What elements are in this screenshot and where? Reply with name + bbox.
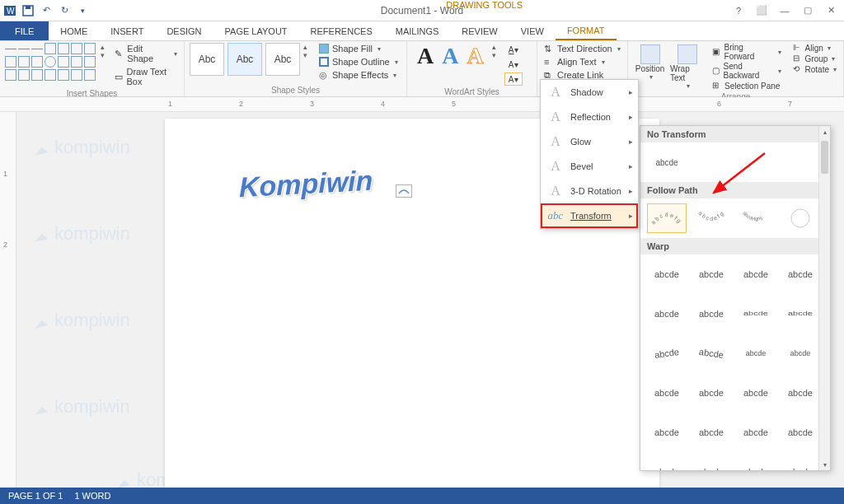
- rotate-button[interactable]: ⟲Rotate▾: [791, 64, 838, 74]
- fx-shadow[interactable]: AShadow▸: [541, 80, 638, 105]
- tg-warp[interactable]: abcde: [647, 338, 687, 368]
- tab-design[interactable]: DESIGN: [155, 21, 213, 40]
- fx-3d-rotation[interactable]: A3-D Rotation▸: [541, 179, 638, 203]
- tg-warp[interactable]: abcde: [736, 299, 776, 329]
- tab-file[interactable]: FILE: [0, 21, 49, 40]
- align-text-button[interactable]: ≡Align Text▾: [542, 56, 622, 68]
- effects-icon: ◎: [319, 70, 329, 80]
- tg-warp[interactable]: abcde: [692, 418, 731, 447]
- ribbon-options-icon[interactable]: ⬜: [752, 3, 771, 18]
- group-button[interactable]: ⊟Group▾: [791, 54, 838, 63]
- tg-warp[interactable]: abcde: [736, 338, 776, 368]
- tab-review[interactable]: REVIEW: [450, 21, 509, 40]
- tg-warp[interactable]: abcde: [781, 418, 820, 447]
- tg-warp[interactable]: abcde: [736, 418, 776, 447]
- group-obj-label: Group: [805, 54, 828, 63]
- edit-shape-button[interactable]: ✎Edit Shape▾: [113, 43, 179, 64]
- text-direction-button[interactable]: ⇅Text Direction▾: [542, 43, 622, 54]
- status-page[interactable]: PAGE 1 OF 1: [8, 491, 63, 501]
- scroll-up-icon[interactable]: ▴: [819, 126, 830, 138]
- help-icon[interactable]: ?: [729, 3, 748, 18]
- tg-warp[interactable]: abcde: [781, 338, 820, 368]
- wrap-text-icon: [678, 44, 697, 64]
- text-outline-button[interactable]: A▾: [504, 58, 523, 71]
- fx-reflection[interactable]: AReflection▸: [541, 105, 638, 129]
- text-effects-button[interactable]: A▾: [504, 72, 523, 86]
- tg-warp[interactable]: abcde: [736, 259, 776, 289]
- layout-options-button[interactable]: [396, 184, 412, 198]
- tg-follow-path-4[interactable]: [781, 203, 820, 233]
- tg-warp[interactable]: abcde: [736, 378, 776, 408]
- tab-page-layout[interactable]: PAGE LAYOUT: [213, 21, 299, 40]
- wordart-object[interactable]: Kompiwin: [239, 165, 373, 204]
- text-fill-button[interactable]: A▾: [504, 43, 523, 56]
- wordart-style-3[interactable]: A: [467, 43, 483, 69]
- shape-fill-button[interactable]: Shape Fill▾: [317, 43, 400, 54]
- tg-warp[interactable]: abcde: [781, 259, 820, 289]
- fx-bevel[interactable]: ABevel▸: [541, 154, 638, 179]
- ruler-vertical[interactable]: 1 2: [0, 112, 16, 494]
- minimize-icon[interactable]: —: [775, 3, 795, 18]
- shape-style-2[interactable]: Abc: [227, 43, 262, 76]
- shapes-gallery[interactable]: [5, 43, 96, 81]
- tg-no-transform[interactable]: abcde: [647, 147, 687, 177]
- scroll-thumb[interactable]: [821, 141, 828, 174]
- tg-warp[interactable]: abcde: [647, 259, 687, 289]
- align-text-label: Align Text: [557, 57, 597, 67]
- status-words[interactable]: 1 WORD: [74, 491, 110, 501]
- tg-follow-path-2[interactable]: a b c d e f g: [692, 203, 731, 233]
- fx-transform[interactable]: abcTransform▸: [541, 203, 638, 228]
- tab-format[interactable]: FORMAT: [556, 21, 617, 40]
- tg-warp[interactable]: abcde: [692, 378, 731, 408]
- qat-customize-icon[interactable]: ▾: [76, 4, 89, 17]
- tg-warp[interactable]: abcde: [781, 299, 820, 329]
- fx-glow[interactable]: AGlow▸: [541, 129, 638, 154]
- shape-effects-button[interactable]: ◎Shape Effects▾: [317, 69, 400, 81]
- tg-warp[interactable]: abcde: [781, 378, 820, 408]
- tab-references[interactable]: REFERENCES: [299, 21, 384, 40]
- tg-warp[interactable]: abcde: [781, 457, 820, 471]
- selection-pane-label: Selection Pane: [724, 82, 780, 91]
- ruler-horizontal[interactable]: 1 2 3 4 5 6 7: [0, 97, 844, 112]
- watermark: kompiwin: [33, 396, 130, 418]
- wrap-text-button[interactable]: Wrap Text▾: [670, 43, 704, 90]
- draw-text-box-button[interactable]: ▭Draw Text Box: [113, 66, 179, 87]
- tg-warp[interactable]: abcde: [692, 299, 731, 329]
- scroll-down-icon[interactable]: ▾: [819, 459, 830, 470]
- tg-warp[interactable]: abcde: [692, 457, 731, 471]
- wordart-gallery[interactable]: A A A: [412, 43, 489, 69]
- tg-warp[interactable]: abcde: [692, 338, 731, 368]
- save-icon[interactable]: [21, 4, 35, 17]
- tab-insert[interactable]: INSERT: [99, 21, 155, 40]
- tg-warp[interactable]: abcde: [647, 457, 687, 471]
- tg-follow-path-1[interactable]: a b c d e f g: [647, 203, 687, 233]
- tab-view[interactable]: VIEW: [509, 21, 556, 40]
- send-backward-button[interactable]: ▢Send Backward▾: [710, 62, 782, 80]
- tg-warp[interactable]: abcde: [647, 378, 687, 408]
- selection-pane-button[interactable]: ⊞Selection Pane: [710, 81, 782, 91]
- align-button[interactable]: ⊩Align▾: [791, 43, 838, 53]
- shape-style-gallery[interactable]: Abc Abc Abc: [190, 43, 300, 76]
- redo-icon[interactable]: ↻: [58, 4, 71, 17]
- tg-warp[interactable]: abcde: [647, 418, 687, 447]
- bring-forward-button[interactable]: ▣Bring Forward▾: [710, 43, 782, 61]
- fx-glow-label: Glow: [570, 137, 591, 147]
- undo-icon[interactable]: ↶: [40, 4, 53, 17]
- shape-style-3[interactable]: Abc: [265, 43, 300, 76]
- shape-outline-button[interactable]: Shape Outline▾: [317, 56, 400, 68]
- tab-mailings[interactable]: MAILINGS: [384, 21, 451, 40]
- shape-style-1[interactable]: Abc: [190, 43, 224, 76]
- tg-scrollbar[interactable]: ▴ ▾: [818, 126, 830, 470]
- svg-text:abcdefghij: abcdefghij: [742, 211, 762, 222]
- edit-shape-label: Edit Shape: [127, 44, 169, 63]
- tg-follow-path-3[interactable]: abcdefghij: [736, 203, 776, 233]
- wordart-style-1[interactable]: A: [417, 43, 434, 69]
- tg-warp[interactable]: abcde: [692, 259, 731, 289]
- wordart-style-2[interactable]: A: [442, 43, 458, 69]
- close-icon[interactable]: ✕: [821, 3, 841, 18]
- position-button[interactable]: Position▾: [633, 43, 667, 81]
- tab-home[interactable]: HOME: [49, 21, 99, 40]
- tg-warp[interactable]: abcde: [736, 457, 776, 471]
- tg-warp[interactable]: abcde: [647, 299, 687, 329]
- maximize-icon[interactable]: ▢: [798, 3, 818, 18]
